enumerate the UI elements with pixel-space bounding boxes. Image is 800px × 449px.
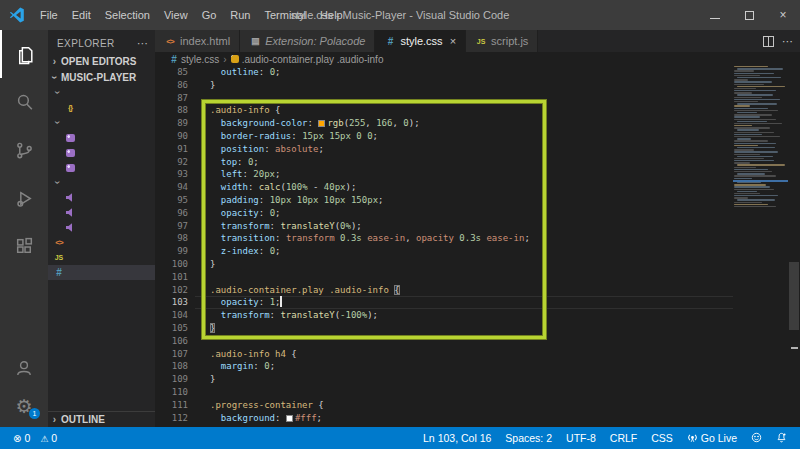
code-line[interactable]: 87	[155, 92, 800, 105]
code-line[interactable]: 103 opacity: 1;	[155, 296, 800, 309]
tab-style-css[interactable]: #style.css×	[375, 30, 466, 52]
menu-file[interactable]: File	[33, 0, 65, 30]
activitybar-source-control[interactable]	[0, 126, 48, 174]
tree-item-index-html[interactable]: <>	[48, 235, 155, 250]
feedback-icon[interactable]	[746, 427, 767, 449]
files-icon	[15, 44, 36, 65]
bell-icon[interactable]	[771, 427, 792, 449]
code-line[interactable]: 105}	[155, 322, 800, 335]
activitybar-extensions[interactable]	[0, 222, 48, 270]
tree-item-vscode[interactable]: ›	[48, 85, 155, 100]
code-line[interactable]: 99 z-index: 0;	[155, 245, 800, 258]
line-number: 109	[155, 373, 195, 386]
code-line[interactable]: 108 margin: 0;	[155, 360, 800, 373]
code-line[interactable]: 101	[155, 271, 800, 284]
status-css[interactable]: CSS	[646, 427, 678, 449]
token: 0%	[340, 221, 351, 231]
menu-help[interactable]: Help	[313, 0, 350, 30]
code-line[interactable]: 96 opacity: 0;	[155, 207, 800, 220]
workspace-root[interactable]: › MUSIC-PLAYER	[48, 69, 155, 85]
minimap-row	[737, 173, 765, 174]
tab-script-js[interactable]: JSscript.js	[466, 30, 538, 52]
activitybar-run-debug[interactable]	[0, 174, 48, 222]
outline-section[interactable]: › OUTLINE	[48, 411, 155, 427]
menu-run[interactable]: Run	[223, 0, 257, 30]
code-line[interactable]: 86}	[155, 79, 800, 92]
tree-item-melody-mp3[interactable]	[48, 205, 155, 220]
token: ,	[392, 118, 403, 128]
tab-extension-polacode[interactable]: ▤Extension: Polacode	[240, 30, 375, 52]
tree-item-script-js[interactable]: JS	[48, 250, 155, 265]
open-editors-section[interactable]: › OPEN EDITORS	[48, 53, 155, 69]
code-line[interactable]: 109}	[155, 373, 800, 386]
minimap[interactable]	[733, 66, 788, 427]
close-button[interactable]: ×	[766, 0, 800, 30]
status-spaces-2[interactable]: Spaces: 2	[500, 427, 557, 449]
code-line[interactable]: 97 transform: translateY(0%);	[155, 220, 800, 233]
line-number: 112	[155, 412, 195, 425]
code-line[interactable]: 107.audio-info h4 {	[155, 348, 800, 361]
code-line[interactable]: 112 background: #fff;	[155, 412, 800, 425]
code-line[interactable]: 92 top: 0;	[155, 156, 800, 169]
settings-button[interactable]: ⚙ 1	[0, 387, 48, 425]
tree-item-peace-mp3[interactable]	[48, 220, 155, 235]
code-line[interactable]: 91 position: absolute;	[155, 143, 800, 156]
tree-item-dream-mp3[interactable]	[48, 190, 155, 205]
code-line[interactable]: 106	[155, 335, 800, 348]
tree-item-dream-jpg[interactable]	[48, 130, 155, 145]
menu-go[interactable]: Go	[195, 0, 224, 30]
tree-item-launch-json[interactable]: {}	[48, 100, 155, 115]
activitybar-search[interactable]	[0, 78, 48, 126]
tree-item-images[interactable]: ›	[48, 115, 155, 130]
token: 0.3s	[340, 233, 362, 243]
breadcrumb-file[interactable]: style.css	[181, 54, 219, 65]
code-line[interactable]: 94 width: calc(100% - 40px);	[155, 181, 800, 194]
code-line[interactable]: 90 border-radius: 15px 15px 0 0;	[155, 130, 800, 143]
code-line[interactable]: 100}	[155, 258, 800, 271]
close-tab-icon[interactable]: ×	[450, 36, 456, 47]
status-0[interactable]: ⊗0	[8, 427, 35, 449]
code-line[interactable]: 98 transition: transform 0.3s ease-in, o…	[155, 232, 800, 245]
code-line[interactable]: 104 transform: translateY(-100%);	[155, 309, 800, 322]
code-editor[interactable]: 85 outline: 0;86}8788.audio-info {89 bac…	[155, 66, 800, 427]
menu-view[interactable]: View	[157, 0, 195, 30]
token: transition	[210, 233, 275, 243]
code-line[interactable]: 89 background-color: rgb(255, 166, 0);	[155, 117, 800, 130]
tab-index-html[interactable]: <>index.html	[155, 30, 240, 52]
vertical-scrollbar[interactable]	[788, 66, 800, 427]
line-number: 95	[155, 194, 195, 207]
status-label: Spaces: 2	[505, 432, 552, 444]
tree-item-peace-jpg[interactable]	[48, 160, 155, 175]
code-line[interactable]: 95 padding: 10px 10px 10px 150px;	[155, 194, 800, 207]
split-editor-icon[interactable]	[763, 36, 774, 47]
tree-item-music[interactable]: ›	[48, 175, 155, 190]
status-crlf[interactable]: CRLF	[605, 427, 642, 449]
status-0[interactable]: ⚠0	[35, 427, 62, 449]
status-ln-103-col-16[interactable]: Ln 103, Col 16	[418, 427, 496, 449]
line-number: 90	[155, 130, 195, 143]
explorer-more-actions[interactable]: ⋯	[137, 37, 149, 50]
activitybar-explorer[interactable]	[0, 30, 48, 78]
account-button[interactable]	[0, 349, 48, 387]
token: background-color	[210, 118, 308, 128]
scrollbar-thumb[interactable]	[789, 262, 799, 330]
tree-item-style-css[interactable]: #	[48, 265, 155, 280]
code-line[interactable]: 93 left: 20px;	[155, 168, 800, 181]
menu-edit[interactable]: Edit	[65, 0, 98, 30]
minimize-button[interactable]	[698, 0, 732, 30]
tree-item-melody-jpg[interactable]	[48, 145, 155, 160]
maximize-button[interactable]	[732, 0, 766, 30]
menu-selection[interactable]: Selection	[98, 0, 157, 30]
code-line[interactable]: 111.progress-container {	[155, 399, 800, 412]
code-line[interactable]: 85 outline: 0;	[155, 66, 800, 79]
status-go-live[interactable]: Go Live	[682, 427, 742, 449]
token: .progress-container	[210, 400, 313, 410]
menu-terminal[interactable]: Terminal	[258, 0, 314, 30]
statusbar-left: ⊗0⚠0	[0, 427, 62, 449]
breadcrumb-symbol[interactable]: .audio-container.play .audio-info	[242, 54, 384, 65]
code-line[interactable]: 110	[155, 386, 800, 399]
status-utf-8[interactable]: UTF-8	[561, 427, 601, 449]
code-line[interactable]: 88.audio-info {	[155, 104, 800, 117]
more-actions-icon[interactable]: ⋯	[782, 35, 794, 48]
code-line[interactable]: 102.audio-container.play .audio-info {	[155, 284, 800, 297]
